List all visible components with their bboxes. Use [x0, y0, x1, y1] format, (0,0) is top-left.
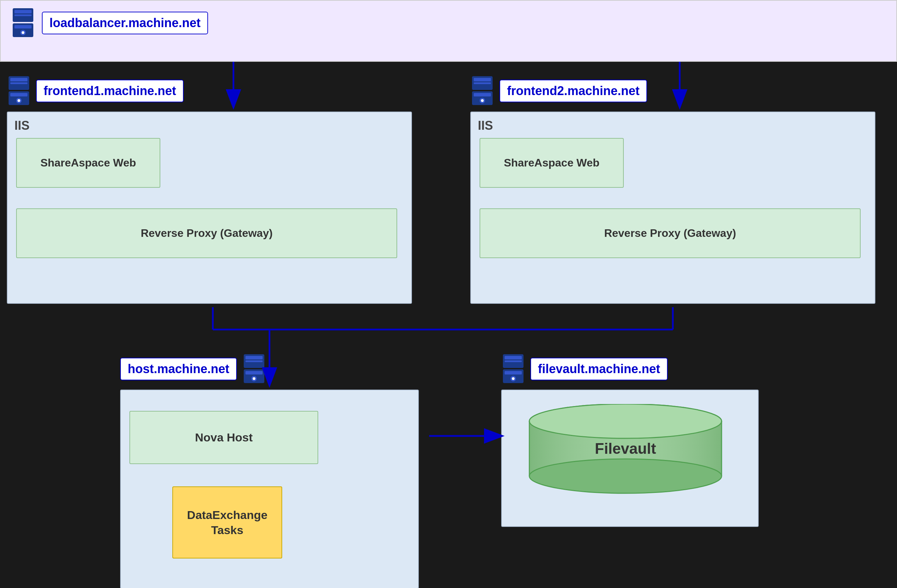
- server-icon-lb: [11, 8, 35, 38]
- svg-rect-4: [14, 25, 32, 29]
- svg-point-6: [21, 31, 24, 34]
- host-region: host.machine.net Nova Host DataExchangeT…: [120, 354, 419, 588]
- filevault-region: filevault.machine.net Filevault: [501, 354, 759, 527]
- svg-point-20: [481, 99, 484, 102]
- svg-point-39: [530, 404, 722, 438]
- f2-hostname-label: frontend2.machine.net: [499, 80, 647, 102]
- frontend2-header: frontend2.machine.net: [470, 75, 876, 106]
- frontend1-header: frontend1.machine.net: [7, 75, 412, 106]
- svg-rect-2: [14, 10, 32, 14]
- f2-iis-label: IIS: [478, 118, 493, 133]
- server-icon-f1: [7, 75, 31, 106]
- server-icon-f2: [470, 75, 494, 106]
- svg-rect-17: [474, 83, 491, 84]
- f1-gateway-box: Reverse Proxy (Gateway): [16, 208, 397, 258]
- svg-rect-23: [245, 356, 263, 359]
- f1-iis-label: IIS: [14, 118, 29, 133]
- filevault-box: Filevault: [501, 390, 759, 527]
- frontend1-region: frontend1.machine.net IIS ShareAspace We…: [7, 75, 412, 304]
- server-icon-filevault: [501, 354, 525, 384]
- host-box: Nova Host DataExchangeTasks: [120, 390, 419, 588]
- f2-shareaspace-box: ShareAspace Web: [479, 138, 624, 188]
- svg-point-34: [512, 377, 514, 380]
- svg-rect-9: [10, 78, 28, 81]
- f1-shareaspace-box: ShareAspace Web: [16, 138, 160, 188]
- lb-hostname-label: loadbalancer.machine.net: [42, 12, 208, 34]
- filevault-header: filevault.machine.net: [501, 354, 759, 384]
- diagram-container: loadbalancer.machine.net frontend1.machi…: [0, 0, 897, 588]
- svg-rect-10: [10, 83, 28, 84]
- frontend1-box: IIS ShareAspace Web Reverse Proxy (Gatew…: [7, 112, 412, 304]
- svg-rect-24: [245, 360, 263, 362]
- loadbalancer-block: loadbalancer.machine.net: [11, 8, 208, 38]
- svg-rect-18: [474, 93, 491, 96]
- svg-rect-30: [505, 356, 522, 359]
- svg-point-27: [253, 377, 256, 380]
- svg-rect-32: [505, 371, 522, 375]
- frontend2-region: frontend2.machine.net IIS ShareAspace We…: [470, 75, 876, 304]
- svg-point-13: [17, 99, 20, 102]
- svg-rect-31: [505, 360, 522, 362]
- filevault-hostname-label: filevault.machine.net: [530, 358, 668, 380]
- nova-host-box: Nova Host: [129, 411, 318, 464]
- svg-rect-11: [10, 93, 28, 96]
- svg-point-38: [530, 459, 722, 493]
- loadbalancer-row: loadbalancer.machine.net: [0, 0, 897, 62]
- svg-rect-16: [474, 78, 491, 81]
- svg-rect-3: [14, 14, 32, 16]
- f2-gateway-box: Reverse Proxy (Gateway): [479, 208, 860, 258]
- filevault-cylinder: Filevault: [522, 404, 729, 500]
- host-hostname-label: host.machine.net: [120, 358, 237, 380]
- frontend2-box: IIS ShareAspace Web Reverse Proxy (Gatew…: [470, 112, 876, 304]
- f1-hostname-label: frontend1.machine.net: [36, 80, 184, 102]
- server-icon-host: [242, 354, 266, 384]
- dataexchange-box: DataExchangeTasks: [172, 486, 282, 559]
- svg-rect-25: [245, 371, 263, 375]
- svg-text:Filevault: Filevault: [595, 440, 657, 457]
- host-header: host.machine.net: [120, 354, 419, 384]
